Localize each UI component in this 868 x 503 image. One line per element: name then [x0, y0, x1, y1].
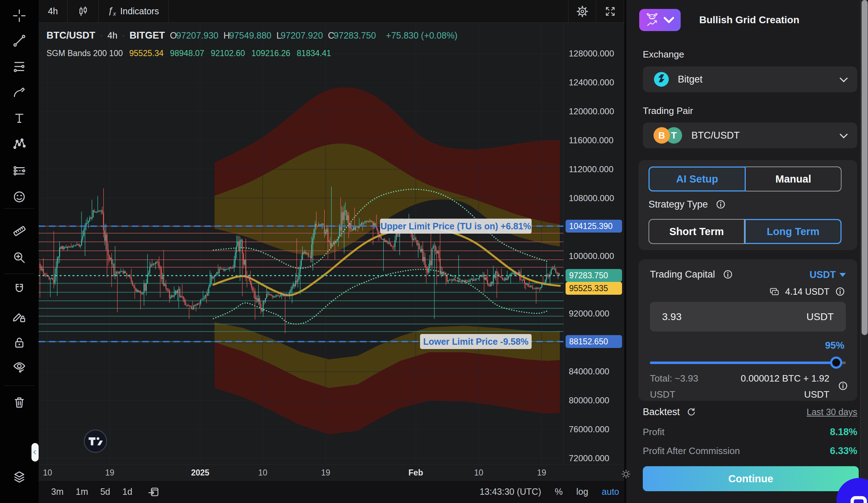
- tool-ruler-button[interactable]: [8, 219, 31, 242]
- chevron-down-icon: [840, 130, 848, 139]
- indicator-value: 81834.41: [297, 49, 331, 58]
- auto-scale-button[interactable]: auto: [602, 487, 619, 497]
- lower-limit-text: Lower Limit Price -9.58%: [423, 337, 529, 347]
- lower-limit-price-label[interactable]: Lower Limit Price -9.58%: [420, 334, 532, 349]
- upper-limit-price-label[interactable]: Upper Limit Price (TU is on) +6.81%: [380, 219, 532, 234]
- tool-brush-button[interactable]: [8, 81, 31, 104]
- chart-settings-button[interactable]: [568, 0, 596, 23]
- price-badge[interactable]: 88152.650: [566, 335, 622, 348]
- tool-trend-line-button[interactable]: [8, 29, 31, 52]
- info-icon[interactable]: [722, 269, 734, 280]
- bull-chart-icon: [644, 12, 660, 28]
- magnet-icon: [12, 283, 26, 297]
- wallet-icon: [769, 286, 780, 297]
- panel-scrollbar-thumb[interactable]: [862, 0, 868, 335]
- tradingview-logo[interactable]: [84, 429, 107, 454]
- zoom-in-icon: [12, 250, 26, 265]
- range-buttons: 3m1m5d1d: [45, 480, 138, 503]
- strategy-type-dropdown-bull[interactable]: [639, 9, 681, 31]
- chevron-down-icon: [840, 74, 848, 83]
- indicator-value: 95525.34: [129, 49, 164, 58]
- tool-drawing-lock-button[interactable]: [8, 305, 31, 328]
- range-button-1d[interactable]: 1d: [116, 480, 138, 503]
- tool-object-tree-button[interactable]: [8, 466, 31, 489]
- capital-percent-slider[interactable]: [650, 357, 846, 369]
- symbol-ohlc-row[interactable]: BTC/USDT · 4h · BITGET O97207.930H97549.…: [46, 30, 458, 41]
- chart-canvas[interactable]: [39, 23, 563, 464]
- toolbar-separator: [4, 274, 34, 274]
- exchange-select[interactable]: Bitget: [643, 66, 857, 92]
- tool-xabcd-pattern-button[interactable]: [8, 133, 31, 156]
- tab-manual[interactable]: Manual: [746, 166, 842, 191]
- range-button-5d[interactable]: 5d: [94, 480, 116, 503]
- go-to-date-button[interactable]: [148, 486, 160, 498]
- chart-region: 4h ƒx Indicators BTC/USDT · 4h: [39, 0, 624, 503]
- fullscreen-button[interactable]: [596, 0, 624, 23]
- log-scale-button[interactable]: log: [576, 487, 588, 497]
- range-button-3m[interactable]: 3m: [45, 480, 70, 503]
- fullscreen-icon: [605, 6, 616, 17]
- price-tick-label: 120000.000: [569, 106, 614, 116]
- tool-lock-all-button[interactable]: [8, 331, 31, 354]
- exchange-value: Bitget: [678, 74, 702, 85]
- capital-currency-value: USDT: [810, 269, 836, 280]
- indicators-button[interactable]: ƒx Indicators: [99, 0, 168, 23]
- price-tick-label: 84000.000: [569, 367, 609, 377]
- chevron-down-icon: [662, 13, 676, 27]
- capital-currency-select[interactable]: USDT: [810, 269, 846, 280]
- time-axis[interactable]: 101920251019Feb1019: [39, 464, 624, 480]
- continue-button[interactable]: Continue: [643, 466, 859, 491]
- panel-scrollbar[interactable]: [860, 0, 868, 503]
- info-icon[interactable]: [715, 199, 726, 210]
- symbol-name: BTC/USDT: [46, 30, 95, 41]
- tool-emoji-button[interactable]: [8, 185, 31, 208]
- info-icon[interactable]: [837, 380, 849, 392]
- tool-text-tool-button[interactable]: [8, 107, 31, 130]
- tool-magnet-button[interactable]: [8, 278, 31, 301]
- price-tick-label: 72000.000: [569, 453, 609, 463]
- info-icon: [837, 380, 849, 392]
- profit-after-commission-value: 6.33%: [830, 445, 857, 457]
- indicators-label: Indicators: [120, 6, 159, 16]
- tool-long-position-button[interactable]: [8, 159, 31, 182]
- tool-zoom-in-button[interactable]: [8, 246, 31, 269]
- price-badge[interactable]: 104125.390: [566, 220, 622, 233]
- tool-hide-drawings-button[interactable]: [8, 355, 31, 378]
- chat-icon: [847, 492, 868, 503]
- tool-fib-retracement-button[interactable]: [8, 55, 31, 78]
- slider-thumb[interactable]: [830, 357, 842, 369]
- backtest-label: Backtest: [643, 407, 680, 418]
- tool-remove-drawings-button[interactable]: [8, 391, 31, 414]
- brush-icon: [12, 85, 26, 100]
- gear-icon: [576, 5, 588, 18]
- text-tool-icon: [12, 111, 26, 125]
- tool-crosshair-button[interactable]: [8, 4, 31, 27]
- percent-scale-button[interactable]: %: [555, 487, 563, 497]
- interval-button[interactable]: 4h: [39, 0, 67, 23]
- panel-title: Bullish Grid Creation: [699, 14, 799, 26]
- refresh-icon[interactable]: [686, 407, 696, 418]
- time-tick-label: 10: [474, 468, 483, 478]
- info-icon: [834, 286, 846, 297]
- range-button-1m[interactable]: 1m: [70, 480, 94, 503]
- capital-card: Trading Capital USDT 4.14 USDT USDT 95%: [638, 259, 857, 401]
- price-badge[interactable]: 95525.335: [566, 282, 622, 295]
- price-tick-label: 76000.000: [569, 424, 609, 434]
- tab-long-term[interactable]: Long Term: [745, 219, 842, 244]
- capital-amount-input[interactable]: [662, 311, 769, 323]
- indicator-legend-row[interactable]: SGM Bands 200 100 95525.3498948.0792102.…: [46, 49, 337, 58]
- candle-style-button[interactable]: [68, 0, 98, 23]
- backtest-range-link[interactable]: Last 30 days: [807, 407, 857, 417]
- info-icon[interactable]: [834, 286, 846, 297]
- price-badge[interactable]: 97283.750: [566, 269, 622, 282]
- price-axis[interactable]: 128000.000124000.000120000.000116000.000…: [563, 23, 624, 464]
- trading-pair-select[interactable]: B T BTC/USDT: [643, 123, 857, 148]
- axis-settings-sun-icon[interactable]: [620, 468, 632, 480]
- object-tree-drawer-handle[interactable]: [31, 443, 39, 462]
- tab-ai-setup[interactable]: AI Setup: [648, 166, 746, 191]
- tab-short-term[interactable]: Short Term: [648, 219, 745, 244]
- ruler-icon: [12, 224, 26, 238]
- price-tick-label: 128000.000: [569, 49, 614, 59]
- fx-icon: ƒx: [108, 5, 116, 17]
- session-clock[interactable]: 13:43:30 (UTC): [479, 487, 541, 497]
